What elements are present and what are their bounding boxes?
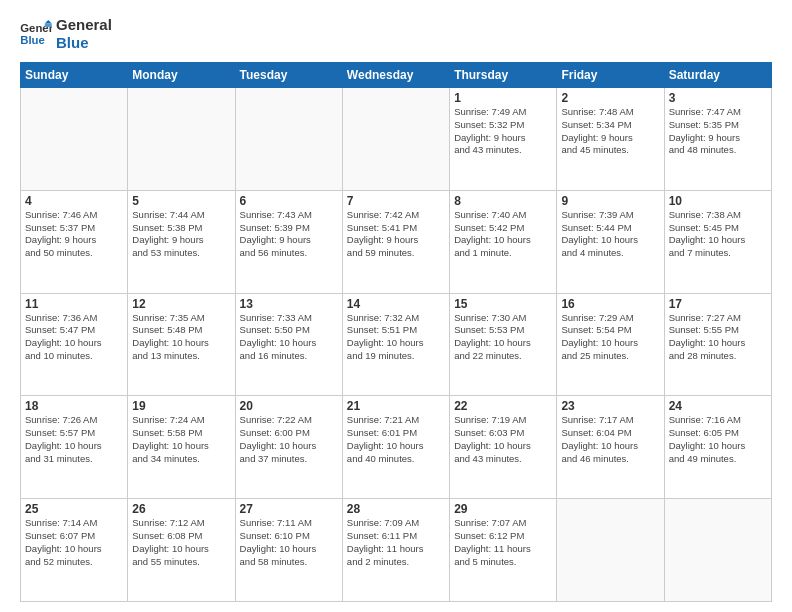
header: General Blue General Blue xyxy=(20,16,772,52)
day-info: Sunrise: 7:35 AM Sunset: 5:48 PM Dayligh… xyxy=(132,312,230,363)
day-number: 27 xyxy=(240,502,338,516)
day-info: Sunrise: 7:27 AM Sunset: 5:55 PM Dayligh… xyxy=(669,312,767,363)
logo-icon: General Blue xyxy=(20,20,52,48)
day-info: Sunrise: 7:09 AM Sunset: 6:11 PM Dayligh… xyxy=(347,517,445,568)
calendar-header-row: SundayMondayTuesdayWednesdayThursdayFrid… xyxy=(21,63,772,88)
weekday-header: Friday xyxy=(557,63,664,88)
weekday-header: Wednesday xyxy=(342,63,449,88)
logo-blue: Blue xyxy=(56,34,112,52)
day-info: Sunrise: 7:22 AM Sunset: 6:00 PM Dayligh… xyxy=(240,414,338,465)
day-info: Sunrise: 7:17 AM Sunset: 6:04 PM Dayligh… xyxy=(561,414,659,465)
weekday-header: Thursday xyxy=(450,63,557,88)
svg-marker-3 xyxy=(45,24,52,28)
day-info: Sunrise: 7:30 AM Sunset: 5:53 PM Dayligh… xyxy=(454,312,552,363)
day-number: 25 xyxy=(25,502,123,516)
day-info: Sunrise: 7:44 AM Sunset: 5:38 PM Dayligh… xyxy=(132,209,230,260)
day-number: 20 xyxy=(240,399,338,413)
calendar-cell xyxy=(128,88,235,191)
day-info: Sunrise: 7:43 AM Sunset: 5:39 PM Dayligh… xyxy=(240,209,338,260)
day-info: Sunrise: 7:14 AM Sunset: 6:07 PM Dayligh… xyxy=(25,517,123,568)
calendar-cell: 5Sunrise: 7:44 AM Sunset: 5:38 PM Daylig… xyxy=(128,190,235,293)
day-number: 18 xyxy=(25,399,123,413)
calendar-table: SundayMondayTuesdayWednesdayThursdayFrid… xyxy=(20,62,772,602)
day-info: Sunrise: 7:46 AM Sunset: 5:37 PM Dayligh… xyxy=(25,209,123,260)
calendar-week-row: 11Sunrise: 7:36 AM Sunset: 5:47 PM Dayli… xyxy=(21,293,772,396)
day-info: Sunrise: 7:33 AM Sunset: 5:50 PM Dayligh… xyxy=(240,312,338,363)
page: General Blue General Blue SundayMondayTu… xyxy=(0,0,792,612)
day-info: Sunrise: 7:38 AM Sunset: 5:45 PM Dayligh… xyxy=(669,209,767,260)
day-info: Sunrise: 7:36 AM Sunset: 5:47 PM Dayligh… xyxy=(25,312,123,363)
calendar-week-row: 18Sunrise: 7:26 AM Sunset: 5:57 PM Dayli… xyxy=(21,396,772,499)
day-number: 26 xyxy=(132,502,230,516)
calendar-cell: 12Sunrise: 7:35 AM Sunset: 5:48 PM Dayli… xyxy=(128,293,235,396)
calendar-cell: 27Sunrise: 7:11 AM Sunset: 6:10 PM Dayli… xyxy=(235,499,342,602)
day-info: Sunrise: 7:24 AM Sunset: 5:58 PM Dayligh… xyxy=(132,414,230,465)
calendar-cell: 1Sunrise: 7:49 AM Sunset: 5:32 PM Daylig… xyxy=(450,88,557,191)
day-number: 10 xyxy=(669,194,767,208)
day-number: 24 xyxy=(669,399,767,413)
calendar-cell: 20Sunrise: 7:22 AM Sunset: 6:00 PM Dayli… xyxy=(235,396,342,499)
calendar-cell: 9Sunrise: 7:39 AM Sunset: 5:44 PM Daylig… xyxy=(557,190,664,293)
day-info: Sunrise: 7:11 AM Sunset: 6:10 PM Dayligh… xyxy=(240,517,338,568)
calendar-cell xyxy=(235,88,342,191)
day-info: Sunrise: 7:16 AM Sunset: 6:05 PM Dayligh… xyxy=(669,414,767,465)
day-number: 23 xyxy=(561,399,659,413)
day-number: 5 xyxy=(132,194,230,208)
day-number: 1 xyxy=(454,91,552,105)
calendar-cell: 22Sunrise: 7:19 AM Sunset: 6:03 PM Dayli… xyxy=(450,396,557,499)
weekday-header: Tuesday xyxy=(235,63,342,88)
day-info: Sunrise: 7:12 AM Sunset: 6:08 PM Dayligh… xyxy=(132,517,230,568)
day-number: 3 xyxy=(669,91,767,105)
calendar-cell xyxy=(21,88,128,191)
day-number: 19 xyxy=(132,399,230,413)
day-info: Sunrise: 7:42 AM Sunset: 5:41 PM Dayligh… xyxy=(347,209,445,260)
weekday-header: Sunday xyxy=(21,63,128,88)
calendar-cell: 29Sunrise: 7:07 AM Sunset: 6:12 PM Dayli… xyxy=(450,499,557,602)
weekday-header: Monday xyxy=(128,63,235,88)
day-info: Sunrise: 7:47 AM Sunset: 5:35 PM Dayligh… xyxy=(669,106,767,157)
calendar-week-row: 4Sunrise: 7:46 AM Sunset: 5:37 PM Daylig… xyxy=(21,190,772,293)
day-info: Sunrise: 7:48 AM Sunset: 5:34 PM Dayligh… xyxy=(561,106,659,157)
calendar-week-row: 1Sunrise: 7:49 AM Sunset: 5:32 PM Daylig… xyxy=(21,88,772,191)
day-number: 22 xyxy=(454,399,552,413)
calendar-cell: 6Sunrise: 7:43 AM Sunset: 5:39 PM Daylig… xyxy=(235,190,342,293)
logo-general: General xyxy=(56,16,112,34)
calendar-cell: 13Sunrise: 7:33 AM Sunset: 5:50 PM Dayli… xyxy=(235,293,342,396)
day-info: Sunrise: 7:29 AM Sunset: 5:54 PM Dayligh… xyxy=(561,312,659,363)
calendar-cell: 17Sunrise: 7:27 AM Sunset: 5:55 PM Dayli… xyxy=(664,293,771,396)
calendar-cell: 15Sunrise: 7:30 AM Sunset: 5:53 PM Dayli… xyxy=(450,293,557,396)
calendar-cell xyxy=(557,499,664,602)
calendar-cell: 23Sunrise: 7:17 AM Sunset: 6:04 PM Dayli… xyxy=(557,396,664,499)
calendar-cell xyxy=(342,88,449,191)
day-number: 13 xyxy=(240,297,338,311)
day-number: 11 xyxy=(25,297,123,311)
day-number: 8 xyxy=(454,194,552,208)
day-number: 14 xyxy=(347,297,445,311)
calendar-cell: 28Sunrise: 7:09 AM Sunset: 6:11 PM Dayli… xyxy=(342,499,449,602)
day-info: Sunrise: 7:21 AM Sunset: 6:01 PM Dayligh… xyxy=(347,414,445,465)
day-info: Sunrise: 7:39 AM Sunset: 5:44 PM Dayligh… xyxy=(561,209,659,260)
day-number: 4 xyxy=(25,194,123,208)
calendar-week-row: 25Sunrise: 7:14 AM Sunset: 6:07 PM Dayli… xyxy=(21,499,772,602)
day-info: Sunrise: 7:26 AM Sunset: 5:57 PM Dayligh… xyxy=(25,414,123,465)
svg-text:Blue: Blue xyxy=(20,34,45,46)
calendar-cell: 14Sunrise: 7:32 AM Sunset: 5:51 PM Dayli… xyxy=(342,293,449,396)
calendar-cell: 19Sunrise: 7:24 AM Sunset: 5:58 PM Dayli… xyxy=(128,396,235,499)
day-number: 12 xyxy=(132,297,230,311)
day-info: Sunrise: 7:07 AM Sunset: 6:12 PM Dayligh… xyxy=(454,517,552,568)
weekday-header: Saturday xyxy=(664,63,771,88)
day-info: Sunrise: 7:32 AM Sunset: 5:51 PM Dayligh… xyxy=(347,312,445,363)
day-info: Sunrise: 7:40 AM Sunset: 5:42 PM Dayligh… xyxy=(454,209,552,260)
day-number: 16 xyxy=(561,297,659,311)
calendar-cell: 18Sunrise: 7:26 AM Sunset: 5:57 PM Dayli… xyxy=(21,396,128,499)
day-number: 6 xyxy=(240,194,338,208)
calendar-cell: 3Sunrise: 7:47 AM Sunset: 5:35 PM Daylig… xyxy=(664,88,771,191)
calendar-cell: 10Sunrise: 7:38 AM Sunset: 5:45 PM Dayli… xyxy=(664,190,771,293)
day-number: 29 xyxy=(454,502,552,516)
day-info: Sunrise: 7:19 AM Sunset: 6:03 PM Dayligh… xyxy=(454,414,552,465)
calendar-cell: 26Sunrise: 7:12 AM Sunset: 6:08 PM Dayli… xyxy=(128,499,235,602)
calendar-cell: 8Sunrise: 7:40 AM Sunset: 5:42 PM Daylig… xyxy=(450,190,557,293)
logo: General Blue General Blue xyxy=(20,16,112,52)
calendar-cell: 2Sunrise: 7:48 AM Sunset: 5:34 PM Daylig… xyxy=(557,88,664,191)
calendar-cell xyxy=(664,499,771,602)
